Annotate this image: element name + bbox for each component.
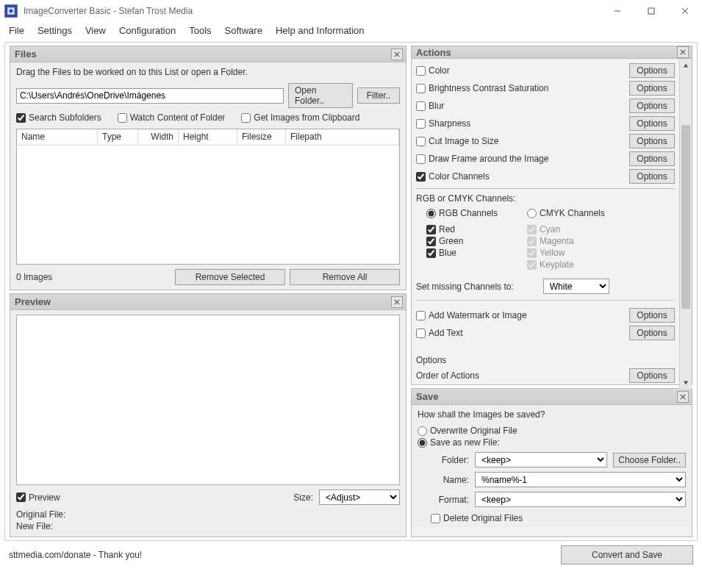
keyplate-checkbox [527,260,537,270]
menu-help[interactable]: Help and Information [276,25,365,36]
choose-folder-button[interactable]: Choose Folder.. [613,453,686,467]
overwrite-radio[interactable] [418,426,427,436]
svg-point-1 [10,10,13,13]
action-color-options[interactable]: Options [629,63,675,78]
addtext-options[interactable]: Options [629,326,675,340]
folder-path-input[interactable] [16,88,284,104]
minimize-button[interactable] [601,0,634,22]
save-panel: Save How shall the Images be saved? Over… [411,388,692,537]
convert-and-save-button[interactable]: Convert and Save [561,545,693,564]
actions-panel-close-icon[interactable] [677,46,689,58]
action-bcs-label: Brightness Contrast Saturation [429,83,548,93]
delete-original-checkbox[interactable] [431,514,440,523]
options-header: Options [416,355,675,365]
action-cut-options[interactable]: Options [629,134,675,148]
col-width[interactable]: Width [138,129,179,145]
red-label: Red [439,224,455,234]
file-table-header: Name Type Width Height Filesize Filepath [17,129,399,146]
missing-channels-select[interactable]: White [543,279,609,294]
filter-button[interactable]: Filter.. [357,87,400,104]
rgb-radio[interactable] [426,209,436,218]
action-blur-options[interactable]: Options [629,98,675,113]
col-filepath[interactable]: Filepath [286,129,399,145]
action-channels-options[interactable]: Options [629,169,675,184]
actions-scrollbar[interactable] [679,59,692,389]
save-folder-select[interactable]: <keep> [475,452,607,467]
green-checkbox[interactable] [426,237,436,246]
blue-label: Blue [439,248,456,258]
files-panel: Files Drag the Files to be worked on to … [10,46,406,290]
col-filesize[interactable]: Filesize [237,129,286,145]
preview-size-select[interactable]: <Adjust> [319,490,400,505]
save-name-select[interactable]: %name%-1 [475,472,686,487]
close-button[interactable] [668,0,702,22]
watermark-options[interactable]: Options [629,308,675,323]
addtext-label: Add Text [429,328,462,338]
order-options[interactable]: Options [629,368,675,383]
saveas-radio[interactable] [418,438,427,448]
watch-folder-label: Watch Content of Folder [130,112,226,123]
preview-panel: Preview Preview Size: <Adjust> Original … [10,293,406,537]
files-panel-title: Files [15,49,37,60]
menubar: File Settings View Configuration Tools S… [0,22,702,40]
clipboard-checkbox[interactable] [241,113,251,123]
action-sharpness-options[interactable]: Options [629,116,675,131]
menu-tools[interactable]: Tools [189,25,211,36]
col-type[interactable]: Type [98,129,138,145]
save-folder-label: Folder: [428,455,469,465]
addtext-checkbox[interactable] [416,329,426,338]
action-color-checkbox[interactable] [416,66,426,76]
saveas-label: Save as new File: [430,437,500,448]
menu-view[interactable]: View [85,25,106,36]
save-name-label: Name: [428,475,469,485]
action-sharpness-checkbox[interactable] [416,119,426,129]
preview-original-label: Original File: [16,509,400,521]
files-panel-close-icon[interactable] [391,49,403,60]
action-blur-checkbox[interactable] [416,101,426,111]
action-cut-checkbox[interactable] [416,137,426,146]
rgb-label: RGB Channels [439,208,498,218]
remove-all-button[interactable]: Remove All [290,269,400,285]
client-area: Files Drag the Files to be worked on to … [4,42,698,541]
watermark-label: Add Watermark or Image [429,310,527,320]
titlebar: ImageConverter Basic - Stefan Trost Medi… [0,0,702,22]
window-controls [601,0,702,22]
action-frame-options[interactable]: Options [629,151,675,166]
remove-selected-button[interactable]: Remove Selected [175,269,285,285]
action-channels-checkbox[interactable] [416,172,426,182]
scroll-up-icon[interactable] [680,59,692,71]
action-bcs-options[interactable]: Options [629,81,675,96]
watch-folder-checkbox[interactable] [118,113,127,123]
green-label: Green [439,236,463,246]
scroll-thumb[interactable] [681,125,690,309]
preview-panel-title: Preview [15,296,51,307]
search-subfolders-checkbox[interactable] [16,113,26,123]
action-bcs-checkbox[interactable] [416,84,426,93]
red-checkbox[interactable] [426,225,436,234]
scroll-down-icon[interactable] [680,376,692,389]
save-format-label: Format: [428,495,469,505]
cmyk-label: CMYK Channels [540,208,605,218]
menu-file[interactable]: File [9,25,24,36]
preview-checkbox[interactable] [16,492,26,502]
delete-original-label: Delete Original Files [443,513,523,523]
action-frame-checkbox[interactable] [416,154,426,164]
actions-panel-title: Actions [416,47,451,58]
open-folder-button[interactable]: Open Folder.. [288,83,353,108]
file-table[interactable]: Name Type Width Height Filesize Filepath [16,129,400,265]
cmyk-radio[interactable] [527,209,537,218]
menu-configuration[interactable]: Configuration [119,25,176,36]
missing-channels-label: Set missing Channels to: [416,282,514,292]
search-subfolders-label: Search Subfolders [29,112,101,123]
save-format-select[interactable]: <keep> [475,492,686,507]
col-name[interactable]: Name [17,129,98,145]
menu-settings[interactable]: Settings [37,25,72,36]
menu-software[interactable]: Software [225,25,262,36]
blue-checkbox[interactable] [426,248,436,258]
save-panel-close-icon[interactable] [677,391,689,403]
col-height[interactable]: Height [179,129,237,145]
maximize-button[interactable] [634,0,668,22]
watermark-checkbox[interactable] [416,311,426,320]
preview-box [16,315,400,485]
preview-panel-close-icon[interactable] [391,296,403,308]
